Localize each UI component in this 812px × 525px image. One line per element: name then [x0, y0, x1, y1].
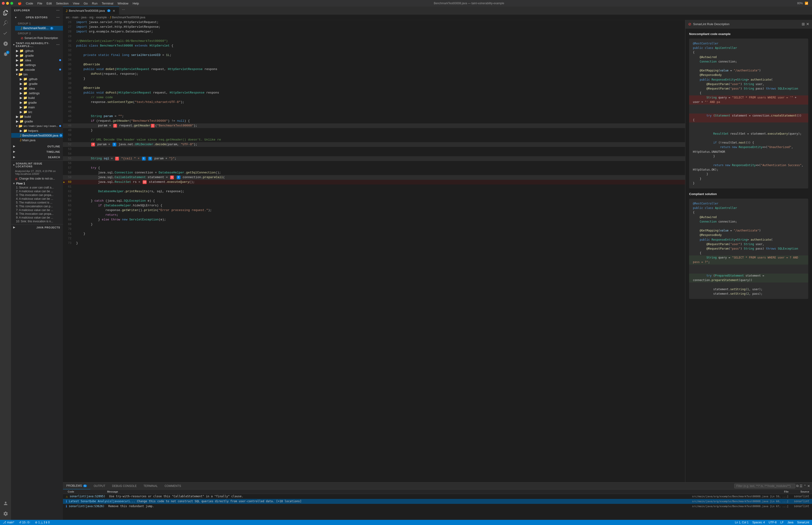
- flow-sub-item-6[interactable]: 6: This concatenation can p...: [11, 205, 63, 208]
- group1-header[interactable]: GROUP 1: [15, 21, 63, 26]
- problem-row-info-selected[interactable]: ℹ Latest SonarQube Analysis[javasecuri..…: [63, 499, 812, 504]
- folder-github[interactable]: ▶ 📁 .github: [11, 48, 63, 53]
- activity-settings[interactable]: [1, 509, 10, 519]
- search-header[interactable]: ▶ SEARCH: [11, 154, 63, 160]
- code-editor[interactable]: 26 import javax.servlet.http.HttpServlet…: [63, 20, 685, 482]
- java-projects-header[interactable]: ▶ JAVA PROJECTS: [11, 224, 63, 230]
- go-menu[interactable]: Go: [82, 1, 90, 6]
- folder-bin-idea[interactable]: ▶ 📁 .idea: [11, 86, 63, 91]
- outline-header[interactable]: ▶ OUTLINE: [11, 144, 63, 149]
- sonarlint-header[interactable]: ▾ SONARLINT ISSUE LOCATIONS: [11, 161, 63, 169]
- flow-sub-item-8[interactable]: 8: This invocation can propa...: [11, 212, 63, 216]
- breadcrumb-filename[interactable]: BenchmarkTest00008.java: [112, 16, 145, 19]
- view-menu[interactable]: View: [71, 1, 81, 6]
- edit-menu[interactable]: Edit: [45, 1, 53, 6]
- folder-src[interactable]: ▶ 📁 src: [11, 109, 63, 114]
- explorer-header[interactable]: EXPLORER ···: [11, 6, 63, 14]
- breadcrumb-file[interactable]: J: [110, 16, 111, 19]
- help-menu[interactable]: Help: [131, 1, 141, 6]
- folder-bin[interactable]: ▾ 📂 bin: [11, 72, 63, 77]
- breadcrumb-java[interactable]: java: [81, 16, 87, 19]
- editor-tab-benchmark[interactable]: J BenchmarkTest00008.java 3 ✕: [63, 6, 119, 15]
- timeline-header[interactable]: ▶ TIMELINE: [11, 149, 63, 154]
- folder-build2[interactable]: ▶ 📁 build: [11, 114, 63, 119]
- group2-header[interactable]: GROUP 2: [15, 31, 63, 36]
- filter-icon[interactable]: ⧉: [796, 484, 799, 488]
- terminal-menu[interactable]: Terminal: [100, 1, 115, 6]
- close-bottom-icon[interactable]: ✕: [807, 484, 810, 488]
- status-branch[interactable]: ⎇ main*: [2, 521, 15, 524]
- project-more[interactable]: ···: [56, 42, 60, 47]
- flow-sub-item-3[interactable]: 3: This invocation can propa...: [11, 193, 63, 197]
- right-panel-content[interactable]: Noncompliant code example @RestControlle…: [685, 28, 812, 482]
- filter-input[interactable]: [734, 484, 795, 488]
- tab-comments[interactable]: COMMENTS: [161, 482, 184, 489]
- app-name[interactable]: Code: [24, 1, 35, 6]
- activity-search[interactable]: [1, 18, 10, 28]
- flow-sub-item-9[interactable]: 9: A malicious value can be ...: [11, 216, 63, 220]
- sonarlint-change-issue[interactable]: ⊘ Change this code to not co...: [11, 176, 63, 181]
- folder-gradle2[interactable]: ▶ 📁 gradle: [11, 119, 63, 124]
- run-menu[interactable]: Run: [90, 1, 99, 6]
- flow-sub-item-1[interactable]: 1: Source: a user can craft a...: [11, 186, 63, 190]
- split-editor-icon[interactable]: ⊞: [802, 22, 805, 26]
- tab-terminal[interactable]: TERMINAL: [140, 482, 162, 489]
- breadcrumb-main[interactable]: main: [72, 16, 78, 19]
- status-sync[interactable]: ↺ 10↓ 0↑: [18, 521, 31, 524]
- activity-extensions[interactable]: 2: [1, 49, 10, 59]
- tab-debug-console[interactable]: DEBUG CONSOLE: [109, 482, 140, 489]
- activity-explorer[interactable]: [1, 8, 10, 17]
- folder-src-main[interactable]: ▾ 📂 src / main / java / org / exam...: [11, 124, 63, 128]
- status-errors[interactable]: ⊘ 1 △ 3 ℹ 0: [34, 521, 50, 524]
- breadcrumb-org[interactable]: org: [89, 16, 93, 19]
- folder-bin-github[interactable]: ▶ 📁 .github: [11, 77, 63, 81]
- file-main[interactable]: J Main.java: [11, 138, 63, 142]
- file-benchmark[interactable]: J BenchmarkTest00008.java 3: [11, 133, 63, 138]
- folder-vscode[interactable]: ▶ 📁 .vscode: [11, 67, 63, 72]
- breadcrumb-example[interactable]: example: [96, 16, 107, 19]
- tab-more-button[interactable]: ···: [120, 6, 127, 15]
- flow-sub-item-2[interactable]: 2: A malicious value can be ...: [11, 190, 63, 193]
- folder-main[interactable]: ▶ 📁 main: [11, 105, 63, 109]
- open-editor-sonarlint[interactable]: ⊘ SonarLint Rule Description: [15, 36, 63, 41]
- status-eol[interactable]: LF: [779, 521, 784, 524]
- folder-idea[interactable]: ▶ 📁 .idea: [11, 58, 63, 62]
- close-dot[interactable]: [2, 2, 5, 5]
- status-sonarlint[interactable]: SonarLint: [796, 521, 810, 524]
- close-panel-icon[interactable]: ✕: [806, 22, 809, 26]
- file-menu[interactable]: File: [35, 1, 44, 6]
- open-editors-header[interactable]: ▾ OPEN EDITORS ···: [11, 14, 63, 21]
- flow-sub-item-7[interactable]: 7: A malicious value can be ...: [11, 208, 63, 212]
- expand-icon[interactable]: ⌃: [803, 484, 806, 488]
- tab-output[interactable]: OUTPUT: [90, 482, 109, 489]
- flow-sub-item-4[interactable]: 4: A malicious value can be ...: [11, 197, 63, 201]
- window-menu[interactable]: Window: [116, 1, 130, 6]
- folder-gradle[interactable]: ▶ 📁 gradle: [11, 100, 63, 105]
- activity-run[interactable]: [1, 39, 10, 48]
- problem-row-info[interactable]: ℹ sonarlint(java:S3626) Remove this redu…: [63, 504, 812, 509]
- apple-menu[interactable]: 🍎: [16, 1, 24, 6]
- activity-accounts[interactable]: [1, 499, 10, 508]
- flow-sub-item-10[interactable]: 10: Sink: this invocation is n...: [11, 220, 63, 223]
- selection-menu[interactable]: Selection: [54, 1, 70, 6]
- minimize-dot[interactable]: [6, 2, 9, 5]
- tab-close-button[interactable]: ✕: [112, 9, 116, 13]
- flow-sub-item-5[interactable]: 5: The malicious content is ...: [11, 201, 63, 205]
- folder-bin-gradle[interactable]: ▶ 📁 .gradle: [11, 81, 63, 86]
- folder-gradle-root[interactable]: ▶ 📁 .gradle: [11, 53, 63, 58]
- folder-helpers[interactable]: ▶ 📁 helpers: [11, 128, 63, 133]
- activity-source-control[interactable]: [1, 29, 10, 38]
- flow1-label[interactable]: ▾ Flow 1: [11, 181, 63, 186]
- status-language[interactable]: Java: [786, 521, 794, 524]
- maximize-dot[interactable]: [10, 2, 13, 5]
- problem-row-warning[interactable]: ⚠ sonarlint(java:S2095) Use try-with-res…: [63, 494, 812, 499]
- open-editor-benchmark[interactable]: J BenchmarkTest0000... 3: [15, 26, 63, 31]
- tab-problems[interactable]: PROBLEMS 5: [63, 482, 90, 489]
- filter-options-icon[interactable]: ☰: [799, 484, 802, 488]
- status-ln-col[interactable]: Ln 1, Col 1: [734, 521, 750, 524]
- open-editors-more[interactable]: ···: [56, 15, 60, 20]
- folder-settings[interactable]: ▶ 📁 .settings: [11, 62, 63, 67]
- status-encoding[interactable]: UTF-8: [768, 521, 778, 524]
- folder-bin-settings[interactable]: ▶ 📁 .settings: [11, 91, 63, 95]
- project-header[interactable]: ▾ TAINT-VULNERABILITY-EXAMPLE-... ···: [11, 41, 63, 48]
